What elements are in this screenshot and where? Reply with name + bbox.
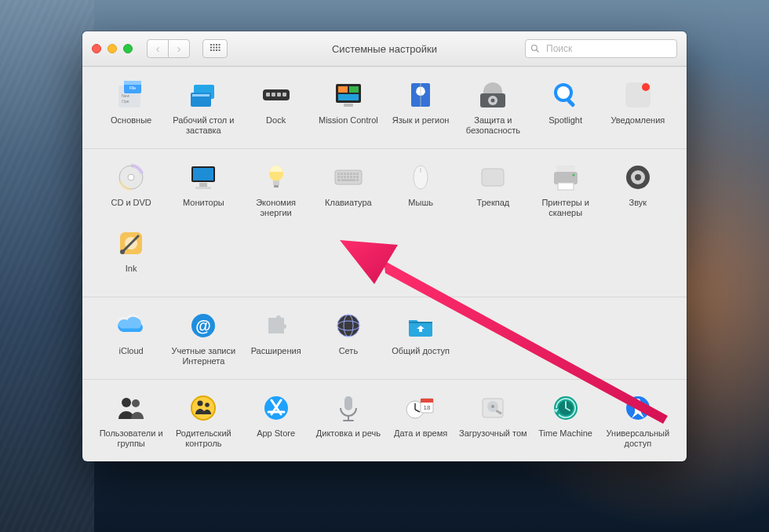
pref-item-label: Мониторы (183, 198, 224, 218)
puzzle-icon (261, 310, 292, 341)
pref-item-sharing[interactable]: Общий доступ (384, 305, 457, 368)
monitor-icon (188, 162, 219, 193)
search-input[interactable] (545, 42, 672, 55)
pref-item-timemachine[interactable]: Time Machine (530, 388, 602, 450)
pref-item-label: Дата и время (394, 428, 447, 449)
zoom-button[interactable] (123, 44, 133, 53)
flag-icon (405, 79, 436, 111)
pref-item-mouse[interactable]: Мышь (384, 157, 457, 220)
svg-rect-8 (210, 49, 212, 51)
pref-item-desktop[interactable]: Рабочий стол и заставка (167, 75, 239, 137)
pref-item-label: Трекпад (477, 198, 510, 218)
show-all-button[interactable] (202, 39, 228, 58)
pref-item-network[interactable]: Сеть (312, 305, 384, 368)
pref-item-label: Экономия энергии (242, 198, 311, 218)
hdd-icon (477, 392, 508, 424)
pref-item-dock[interactable]: Dock (240, 75, 312, 137)
pref-item-dictation[interactable]: Диктовка и речь (312, 388, 384, 450)
at-icon (188, 310, 219, 341)
pref-item-label: Основные (111, 115, 151, 136)
pref-item-label: Time Machine (538, 428, 592, 449)
pref-section-2: iCloudУчетные записи ИнтернетаРасширения… (82, 297, 687, 379)
pref-item-general[interactable]: Основные (95, 75, 167, 137)
disc-icon (115, 162, 147, 193)
pref-item-label: Рабочий стол и заставка (169, 115, 238, 136)
pref-item-security[interactable]: Защита и безопасность (457, 75, 529, 137)
pref-item-mission[interactable]: Mission Control (312, 75, 384, 137)
pref-item-label: Расширения (251, 346, 301, 366)
globe-icon (333, 310, 364, 341)
svg-point-12 (532, 46, 538, 51)
vault-icon (477, 79, 508, 111)
pref-item-label: Загрузочный том (459, 428, 527, 449)
pref-item-monitors[interactable]: Мониторы (167, 157, 239, 220)
svg-rect-10 (216, 49, 217, 51)
pref-item-label: Звук (629, 198, 647, 218)
pref-item-label: Универсальный доступ (603, 428, 672, 449)
pref-item-accessibility[interactable]: Универсальный доступ (602, 388, 674, 450)
pref-item-energy[interactable]: Экономия энергии (240, 157, 312, 220)
keyboard-icon (333, 162, 364, 193)
minimize-button[interactable] (108, 44, 117, 53)
back-button[interactable]: ‹ (147, 39, 169, 58)
pref-item-trackpad[interactable]: Трекпад (457, 157, 529, 220)
window-traffic-lights (92, 44, 133, 53)
desktop-icon (188, 79, 219, 111)
pref-item-label: Сеть (339, 346, 358, 366)
pref-item-cddvd[interactable]: CD и DVD (95, 157, 167, 220)
pref-item-extensions[interactable]: Расширения (240, 305, 312, 368)
folder-icon (405, 310, 436, 341)
desktop-background: ‹ › Системные настройки (0, 0, 769, 532)
pref-item-internet[interactable]: Учетные записи Интернета (167, 305, 239, 368)
bulb-icon (261, 162, 292, 193)
mouse-icon (405, 162, 436, 193)
appstore-icon (261, 392, 292, 424)
pref-item-parental[interactable]: Родительский контроль (167, 388, 239, 450)
svg-rect-11 (219, 49, 220, 51)
pref-item-users[interactable]: Пользователи и группы (95, 388, 167, 450)
pref-item-label: Общий доступ (392, 346, 450, 366)
pref-item-ink[interactable]: Ink (95, 223, 167, 286)
pref-item-label: Клавиатура (325, 198, 372, 218)
pref-section-3: Пользователи и группыРодительский контро… (82, 379, 687, 461)
pref-section-1: CD и DVDМониторыЭкономия энергииКлавиату… (82, 148, 687, 297)
pref-item-label: Уведомления (610, 115, 665, 136)
svg-line-13 (537, 50, 539, 53)
close-button[interactable] (92, 44, 101, 53)
pref-item-datetime[interactable]: Дата и время (384, 388, 457, 450)
pref-item-label: Dock (266, 115, 286, 136)
search-field[interactable] (525, 39, 677, 58)
timemachine-icon (550, 392, 581, 424)
notify-icon (622, 79, 654, 111)
grid-icon (210, 43, 220, 54)
svg-rect-9 (213, 49, 215, 51)
pref-item-keyboard[interactable]: Клавиатура (312, 157, 384, 220)
pref-item-label: Язык и регион (392, 115, 450, 136)
pref-item-notifications[interactable]: Уведомления (602, 75, 674, 137)
dock-icon (261, 79, 292, 111)
pref-item-spotlight[interactable]: Spotlight (530, 75, 602, 137)
pref-item-label: Диктовка и речь (316, 428, 381, 449)
spotlight-icon (550, 79, 581, 111)
pref-item-label: Ink (126, 264, 137, 284)
speaker-icon (622, 162, 654, 193)
pref-item-label: Защита и безопасность (458, 115, 527, 136)
pref-item-label: App Store (257, 428, 295, 449)
svg-rect-1 (213, 44, 215, 46)
pref-item-label: Spotlight (549, 115, 582, 136)
cloud-icon (115, 310, 147, 341)
window-toolbar: ‹ › Системные настройки (82, 31, 687, 67)
pref-item-label: Пользователи и группы (97, 428, 166, 449)
users-icon (115, 392, 147, 424)
pref-item-sound[interactable]: Звук (602, 157, 674, 220)
datetime-icon (405, 392, 436, 424)
pref-item-printers[interactable]: Принтеры и сканеры (530, 157, 602, 220)
pref-item-appstore[interactable]: App Store (240, 388, 312, 450)
forward-button[interactable]: › (168, 39, 190, 58)
svg-rect-7 (219, 47, 220, 49)
accessibility-icon (622, 392, 654, 424)
pref-item-icloud[interactable]: iCloud (95, 305, 167, 368)
pref-item-startup[interactable]: Загрузочный том (457, 388, 529, 450)
pref-item-label: iCloud (119, 346, 144, 366)
pref-item-language[interactable]: Язык и регион (384, 75, 457, 137)
